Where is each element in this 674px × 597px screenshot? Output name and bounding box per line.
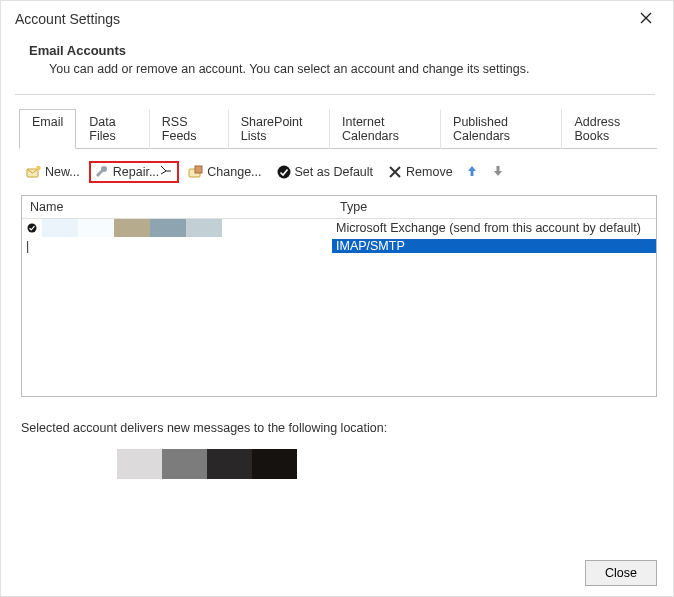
arrow-up-icon (465, 164, 481, 180)
x-icon (387, 164, 403, 180)
new-button[interactable]: New... (21, 161, 85, 183)
repair-label: Repair... (113, 165, 160, 179)
tab-strip: Email Data Files RSS Feeds SharePoint Li… (19, 109, 657, 149)
account-row[interactable]: Microsoft Exchange (send from this accou… (22, 219, 656, 237)
tab-sharepoint-lists[interactable]: SharePoint Lists (228, 109, 329, 149)
tab-rss-feeds[interactable]: RSS Feeds (149, 109, 228, 149)
tab-published-calendars[interactable]: Published Calendars (440, 109, 561, 149)
section-title: Email Accounts (29, 43, 657, 58)
text-cursor: | (26, 239, 42, 253)
svg-rect-3 (195, 166, 202, 173)
account-type: IMAP/SMTP (332, 239, 656, 253)
account-row[interactable]: | IMAP/SMTP (22, 237, 656, 255)
new-label: New... (45, 165, 80, 179)
section-description: You can add or remove an account. You ca… (49, 62, 657, 76)
close-icon[interactable] (633, 11, 659, 25)
tab-internet-calendars[interactable]: Internet Calendars (329, 109, 440, 149)
move-down-button[interactable] (488, 161, 510, 183)
tab-email[interactable]: Email (19, 109, 76, 149)
change-button[interactable]: Change... (183, 161, 266, 183)
wrench-icon (94, 164, 110, 180)
remove-label: Remove (406, 165, 453, 179)
set-default-label: Set as Default (295, 165, 374, 179)
check-circle-icon (276, 164, 292, 180)
repair-button[interactable]: Repair... (89, 161, 180, 183)
delivery-location-redacted (117, 449, 297, 479)
account-type: Microsoft Exchange (send from this accou… (332, 221, 656, 235)
tab-data-files[interactable]: Data Files (76, 109, 149, 149)
tab-address-books[interactable]: Address Books (561, 109, 657, 149)
col-header-type[interactable]: Type (332, 196, 656, 218)
arrow-down-icon (491, 164, 507, 180)
change-label: Change... (207, 165, 261, 179)
change-icon (188, 164, 204, 180)
delivery-location-label: Selected account delivers new messages t… (21, 421, 657, 435)
account-list[interactable]: Name Type Microsoft Exchange (send from … (21, 195, 657, 397)
toolbar: New... Repair... Change... Set as Defaul… (21, 155, 657, 189)
svg-point-4 (277, 166, 290, 179)
svg-point-1 (36, 166, 40, 170)
close-button[interactable]: Close (585, 560, 657, 586)
set-default-button[interactable]: Set as Default (271, 161, 379, 183)
list-header: Name Type (22, 196, 656, 219)
account-name-redacted (42, 219, 258, 237)
col-header-name[interactable]: Name (22, 196, 332, 218)
window-title: Account Settings (15, 11, 120, 27)
svg-point-5 (28, 224, 37, 233)
move-up-button[interactable] (462, 161, 484, 183)
default-check-icon (26, 222, 38, 234)
remove-button[interactable]: Remove (382, 161, 458, 183)
envelope-new-icon (26, 164, 42, 180)
divider (15, 94, 655, 95)
